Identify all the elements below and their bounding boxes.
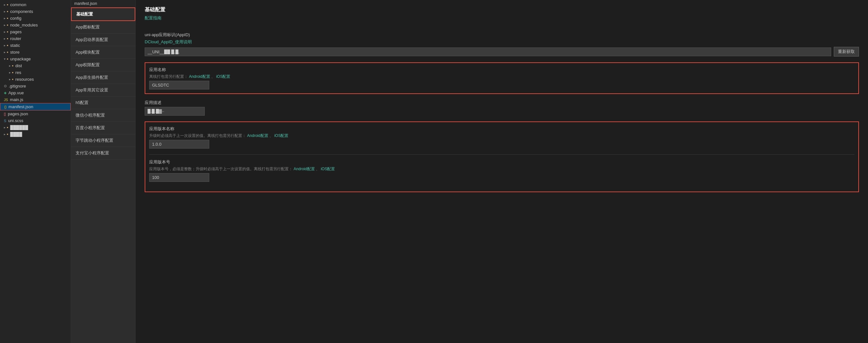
sidebar-item-label: common — [10, 2, 27, 7]
folder-icon: ▪ — [7, 132, 8, 136]
middle-item-h5[interactable]: h5配置 — [71, 97, 135, 109]
middle-item-baidu[interactable]: 百度小程序配置 — [71, 122, 135, 134]
app-desc-label: 应用描述 — [145, 100, 859, 105]
folder-icon: ▪ — [7, 16, 8, 21]
sidebar-item-blurred2[interactable]: ▸▪████ — [0, 131, 71, 137]
folder-icon: ▪ — [12, 70, 13, 75]
android-link-1[interactable]: Android配置 — [189, 74, 210, 79]
sidebar-item-node_modules[interactable]: ▸▪node_modules — [0, 22, 71, 28]
folder-icon: ▪ — [7, 23, 8, 27]
sidebar-item-static[interactable]: ▸▪static — [0, 42, 71, 49]
chevron-icon: ▸ — [4, 132, 5, 136]
sidebar-item-label: static — [10, 43, 20, 48]
sidebar-item-components[interactable]: ▸▪components — [0, 8, 71, 15]
app-name-input[interactable] — [149, 81, 209, 90]
sidebar-item-label: main.js — [10, 97, 23, 102]
version-name-label: 应用版本名称 — [149, 126, 855, 132]
middle-item-wechat[interactable]: 微信小程序配置 — [71, 109, 135, 122]
middle-item-permission[interactable]: App权限配置 — [71, 59, 135, 71]
folder-icon: ▪ — [7, 9, 8, 14]
sidebar-item-label: pages — [10, 29, 22, 34]
sidebar-item-label: pages.json — [8, 112, 28, 116]
folder-icon: ▪ — [7, 125, 8, 130]
version-name-section: 应用版本名称 升级时必须高于上一次设置的值。离线打包需另行配置： Android… — [149, 126, 855, 149]
file-vue-icon: ◈ — [4, 91, 6, 95]
sidebar-item-label: App.vue — [8, 90, 24, 95]
chevron-icon: ▸ — [4, 3, 5, 6]
sidebar-item-gitignore[interactable]: ⊙.gitignore — [0, 83, 71, 90]
ios-link-3[interactable]: iOS配置 — [321, 167, 335, 171]
sidebar-item-router[interactable]: ▸▪router — [0, 35, 71, 42]
sidebar-item-store[interactable]: ▸▪store — [0, 49, 71, 56]
page-title: 基础配置 — [145, 6, 859, 13]
sidebar-item-label: node_modules — [10, 23, 38, 27]
chevron-icon: ▸ — [4, 30, 5, 34]
chevron-icon: ▾ — [4, 57, 5, 61]
chevron-icon: ▸ — [4, 10, 5, 13]
sidebar-item-uni-scss[interactable]: Suni.scss — [0, 117, 71, 124]
version-section: 应用版本名称 升级时必须高于上一次设置的值。离线打包需另行配置： Android… — [145, 121, 859, 192]
android-link-3[interactable]: Android配置 — [293, 167, 314, 171]
file-js-icon: JS — [4, 98, 8, 102]
chevron-icon: ▸ — [4, 17, 5, 20]
sidebar-item-label: dist — [16, 63, 22, 68]
sidebar-item-res[interactable]: ▸▪res — [0, 69, 71, 76]
guide-link[interactable]: 配置指南 — [145, 15, 161, 21]
sidebar-item-dist[interactable]: ▸▪dist — [0, 62, 71, 69]
folder-icon: ▪ — [12, 63, 13, 68]
file-json-icon: {} — [4, 105, 6, 109]
sidebar-item-main-js[interactable]: JSmain.js — [0, 96, 71, 103]
sidebar-item-label: ██████ — [10, 125, 28, 130]
sidebar-item-manifest-json[interactable]: {}manifest.json — [0, 103, 71, 111]
middle-item-module[interactable]: App模块配置 — [71, 46, 135, 59]
file-gitignore-icon: ⊙ — [4, 84, 7, 88]
folder-icon: ▪ — [7, 36, 8, 41]
chevron-icon: ▸ — [4, 37, 5, 40]
middle-item-common[interactable]: App常用其它设置 — [71, 84, 135, 97]
sidebar-item-label: components — [10, 9, 33, 14]
middle-item-native[interactable]: App原生插件配置 — [71, 71, 135, 84]
sidebar-item-pages[interactable]: ▸▪pages — [0, 28, 71, 35]
middle-item-icon[interactable]: App图标配置 — [71, 21, 135, 34]
version-num-input[interactable] — [149, 173, 209, 182]
dcloud-link[interactable]: DCloud_AppID_使用说明 — [145, 39, 192, 44]
tab-manifest[interactable]: manifest.json — [74, 1, 97, 6]
app-name-sublabel: 离线打包需另行配置： Android配置 、 iOS配置 — [149, 74, 855, 80]
middle-item-bytedance[interactable]: 字节跳动小程序配置 — [71, 134, 135, 147]
version-num-label: 应用版本号 — [149, 159, 855, 165]
sidebar-item-label: .gitignore — [9, 84, 26, 89]
chevron-icon: ▸ — [9, 77, 11, 81]
reget-button[interactable]: 重新获取 — [834, 47, 859, 57]
chevron-icon: ▸ — [4, 23, 5, 27]
middle-item-splash[interactable]: App启动界面配置 — [71, 34, 135, 46]
version-name-input[interactable] — [149, 140, 209, 149]
sidebar-item-blurred1[interactable]: ▸▪██████ — [0, 124, 71, 131]
appid-label: uni-app应用标识(AppID) — [145, 32, 859, 38]
sidebar-item-config[interactable]: ▸▪config — [0, 15, 71, 22]
middle-item-basic[interactable]: 基础配置 — [71, 7, 135, 21]
ios-link-1[interactable]: iOS配置 — [216, 74, 230, 79]
sidebar-item-resources[interactable]: ▸▪resources — [0, 76, 71, 83]
appid-input[interactable] — [145, 48, 831, 56]
folder-icon: ▪ — [12, 77, 13, 82]
folder-icon: ▪ — [7, 43, 8, 48]
chevron-icon: ▸ — [4, 51, 5, 54]
sidebar-item-app-vue[interactable]: ◈App.vue — [0, 90, 71, 96]
sidebar-item-label: config — [10, 16, 22, 21]
sidebar-item-label: uni.scss — [8, 118, 23, 123]
file-css-icon: S — [4, 119, 6, 123]
sidebar-item-common[interactable]: ▸▪common — [0, 1, 71, 8]
main-panel: 基础配置 配置指南 uni-app应用标识(AppID) DCloud_AppI… — [135, 0, 868, 343]
middle-item-alipay[interactable]: 支付宝小程序配置 — [71, 147, 135, 160]
app-name-label: 应用名称 — [149, 67, 855, 73]
chevron-icon: ▸ — [4, 126, 5, 129]
app-desc-input[interactable] — [145, 107, 205, 116]
sidebar-item-unpackage[interactable]: ▾▪unpackage — [0, 56, 71, 62]
file-bracket-icon: [] — [4, 112, 6, 116]
ios-link-2[interactable]: iOS配置 — [274, 133, 288, 138]
app-desc-section: 应用描述 — [145, 100, 859, 116]
sidebar-item-pages-json[interactable]: []pages.json — [0, 111, 71, 117]
sidebar-item-label: unpackage — [10, 57, 31, 61]
android-link-2[interactable]: Android配置 — [247, 133, 268, 138]
folder-icon: ▪ — [7, 2, 8, 7]
